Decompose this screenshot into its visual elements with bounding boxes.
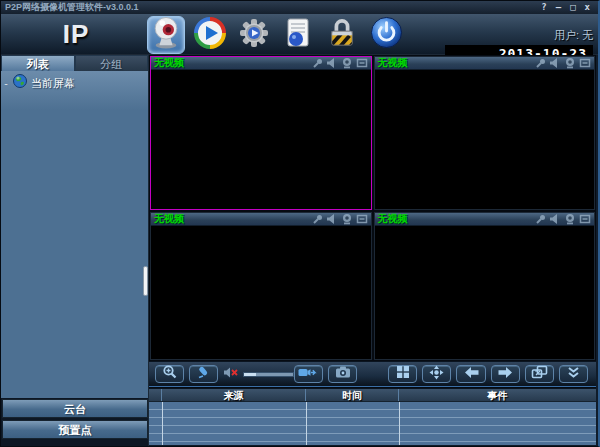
device-tree: - 当前屏幕 (1, 71, 148, 398)
tree-item-current-screen[interactable]: - 当前屏幕 (1, 71, 148, 95)
video-panel-3[interactable]: 无视频 (150, 212, 372, 360)
cycle-button[interactable] (525, 365, 554, 383)
log-button[interactable] (279, 16, 317, 54)
video-panel-header: 无视频 (151, 213, 371, 226)
video-camera-arrow-icon (298, 365, 318, 383)
pan-fullscreen-button[interactable] (422, 365, 451, 383)
speaker-muted-icon (223, 365, 239, 383)
volume-slider[interactable] (243, 372, 293, 377)
minimize-box-icon[interactable] (579, 57, 591, 69)
collapse-button[interactable] (559, 365, 588, 383)
tab-list[interactable]: 列表 (1, 55, 75, 71)
prev-button[interactable] (456, 365, 485, 383)
header-bar: IP CAMERA (1, 14, 598, 55)
no-video-label: 无视频 (154, 56, 184, 70)
user-label: 用户: 无 (445, 28, 593, 43)
video-grid: 无视频 无视频 (150, 56, 595, 360)
table-row[interactable] (149, 434, 596, 442)
lock-icon (328, 17, 356, 53)
column-header-time[interactable]: 时间 (306, 389, 399, 401)
speaker-icon[interactable] (326, 57, 338, 69)
speaker-icon[interactable] (549, 57, 561, 69)
minimize-box-icon[interactable] (356, 57, 368, 69)
table-row[interactable] (149, 402, 596, 410)
volume-fill (244, 373, 256, 376)
title-bar: P2P网络摄像机管理软件-v3.0.0.1 ? – □ x (1, 1, 598, 14)
tree-item-label: 当前屏幕 (31, 76, 75, 91)
play-icon (194, 17, 226, 53)
grid-layout-button[interactable] (388, 365, 417, 383)
video-panel-2[interactable]: 无视频 (374, 56, 596, 210)
speaker-icon[interactable] (326, 213, 338, 225)
column-header-source[interactable]: 来源 (162, 389, 306, 401)
event-table-header: 来源 时间 事件 (149, 389, 596, 402)
lock-button[interactable] (323, 16, 361, 54)
table-row[interactable] (149, 418, 596, 426)
column-separator (162, 402, 163, 445)
webcam-icon[interactable] (341, 57, 353, 69)
document-icon (284, 17, 312, 53)
webcam-icon[interactable] (564, 213, 576, 225)
camera-list-button[interactable] (147, 16, 185, 54)
globe-icon (13, 74, 27, 92)
double-chevron-down-icon (566, 365, 581, 383)
mute-control[interactable] (223, 365, 239, 383)
microphone-icon (196, 365, 212, 383)
tab-group[interactable]: 分组 (75, 55, 149, 71)
settings-button[interactable] (235, 16, 273, 54)
minimize-box-icon[interactable] (579, 213, 591, 225)
speaker-icon[interactable] (549, 213, 561, 225)
mic-icon[interactable] (311, 213, 323, 225)
main-toolbar (147, 14, 411, 55)
video-panel-1[interactable]: 无视频 (150, 56, 372, 210)
talk-mic-button[interactable] (189, 365, 218, 383)
webcam-icon[interactable] (564, 57, 576, 69)
tree-expander[interactable]: - (3, 78, 13, 89)
table-row[interactable] (149, 410, 596, 418)
power-icon (370, 16, 403, 53)
minimize-box-icon[interactable] (356, 213, 368, 225)
webcam-icon[interactable] (341, 213, 353, 225)
splitter-handle[interactable] (143, 266, 148, 296)
mic-icon[interactable] (534, 213, 546, 225)
mic-icon[interactable] (534, 57, 546, 69)
arrow-right-icon (497, 365, 514, 383)
arrow-left-icon (463, 365, 480, 383)
help-button[interactable]: ? (541, 2, 546, 13)
no-video-label: 无视频 (378, 56, 408, 70)
playback-button[interactable] (191, 16, 229, 54)
table-row[interactable] (149, 426, 596, 434)
video-panel-header: 无视频 (375, 213, 595, 226)
minimize-button[interactable]: – (556, 2, 561, 13)
four-direction-icon (429, 365, 444, 384)
panel-header-icons (311, 213, 368, 225)
record-button[interactable] (294, 365, 323, 383)
no-video-label: 无视频 (154, 212, 184, 226)
event-table-body (149, 402, 596, 445)
column-header-blank (149, 389, 162, 401)
table-row[interactable] (149, 442, 596, 447)
power-button[interactable] (367, 16, 405, 54)
cycle-windows-icon (531, 365, 548, 383)
content-area: 无视频 无视频 (149, 55, 596, 445)
ptz-button[interactable]: 云台 (2, 399, 148, 418)
mic-icon[interactable] (311, 57, 323, 69)
video-panel-4[interactable]: 无视频 (374, 212, 596, 360)
preset-button[interactable]: 预置点 (2, 420, 148, 439)
gear-icon (239, 18, 269, 52)
snapshot-button[interactable] (328, 365, 357, 383)
zoom-button[interactable] (155, 365, 184, 383)
magnifier-plus-icon (162, 365, 178, 383)
next-button[interactable] (491, 365, 520, 383)
column-header-event[interactable]: 事件 (399, 389, 596, 401)
panel-header-icons (534, 213, 591, 225)
event-table: 来源 时间 事件 (149, 388, 596, 445)
video-panel-header: 无视频 (151, 57, 371, 70)
grid-2x2-icon (396, 365, 410, 383)
panel-header-icons (311, 57, 368, 69)
video-panel-header: 无视频 (375, 57, 595, 70)
maximize-button[interactable]: □ (570, 2, 575, 13)
photo-camera-icon (334, 365, 352, 383)
sidebar: 列表 分组 - 当前屏幕 云台 预置点 (1, 55, 149, 446)
close-button[interactable]: x (585, 2, 590, 13)
